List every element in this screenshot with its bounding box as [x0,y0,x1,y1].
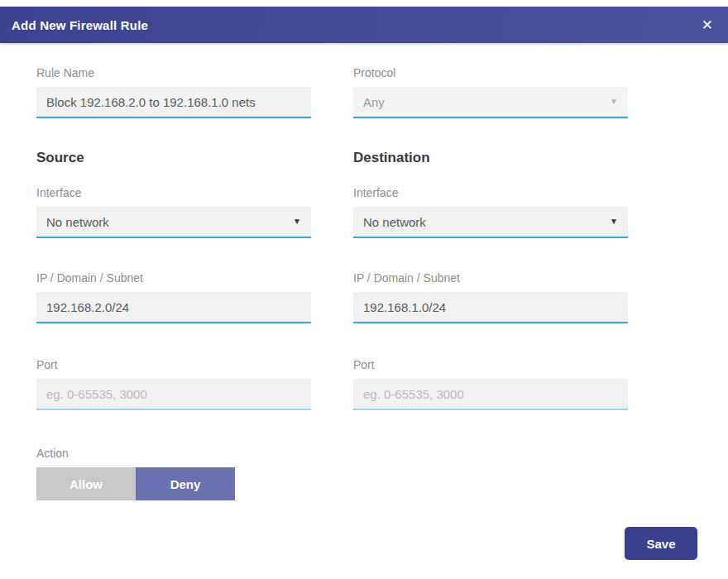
destination-interface-value: No network [363,215,426,229]
row-section-headings: Source Destination [36,150,628,166]
source-heading: Source [36,150,311,166]
destination-ip-label: IP / Domain / Subnet [353,271,628,285]
row-interface: Interface No network ▼ Interface No netw… [36,186,628,238]
protocol-label: Protocol [353,66,628,79]
destination-port-input[interactable] [353,379,628,410]
allow-button[interactable]: Allow [36,467,136,500]
destination-ip-input[interactable] [353,292,628,323]
dialog-body: Rule Name Protocol Any ▼ Source Destinat… [0,66,628,500]
chevron-down-icon: ▼ [293,218,301,226]
row-port: Port Port [36,358,628,410]
rule-name-label: Rule Name [36,66,311,79]
source-port-label: Port [36,358,311,371]
source-interface-select[interactable]: No network ▼ [36,207,311,238]
destination-heading: Destination [353,150,628,166]
dialog-titlebar: Add New Firewall Rule ✕ [0,7,728,43]
source-interface-group: Interface No network ▼ [36,186,311,238]
destination-port-group: Port [353,358,628,410]
save-button[interactable]: Save [625,527,697,560]
row-ip: IP / Domain / Subnet IP / Domain / Subne… [36,271,628,323]
destination-port-label: Port [353,358,628,371]
protocol-select[interactable]: Any ▼ [353,87,628,118]
chevron-down-icon: ▼ [610,98,618,106]
source-ip-input[interactable] [36,292,311,323]
footer: Save [0,527,728,560]
source-ip-group: IP / Domain / Subnet [36,271,311,323]
deny-button[interactable]: Deny [136,467,235,500]
chevron-down-icon: ▼ [610,218,618,226]
source-interface-label: Interface [36,186,311,199]
action-group: Action Allow Deny [36,447,628,500]
source-port-input[interactable] [36,379,311,410]
top-margin [0,0,728,7]
action-label: Action [36,447,628,460]
destination-interface-label: Interface [353,186,628,199]
destination-ip-group: IP / Domain / Subnet [353,271,628,323]
rule-name-input[interactable] [36,87,311,118]
protocol-group: Protocol Any ▼ [353,66,628,118]
protocol-value: Any [363,95,385,109]
destination-interface-select[interactable]: No network ▼ [353,207,628,238]
close-icon[interactable]: ✕ [702,18,713,32]
action-toggle: Allow Deny [36,467,628,500]
dialog-title: Add New Firewall Rule [12,18,148,32]
destination-interface-group: Interface No network ▼ [353,186,628,238]
row-rule-protocol: Rule Name Protocol Any ▼ [36,66,628,118]
source-port-group: Port [36,358,311,410]
source-interface-value: No network [46,215,109,229]
source-ip-label: IP / Domain / Subnet [36,271,311,285]
rule-name-group: Rule Name [36,66,311,118]
